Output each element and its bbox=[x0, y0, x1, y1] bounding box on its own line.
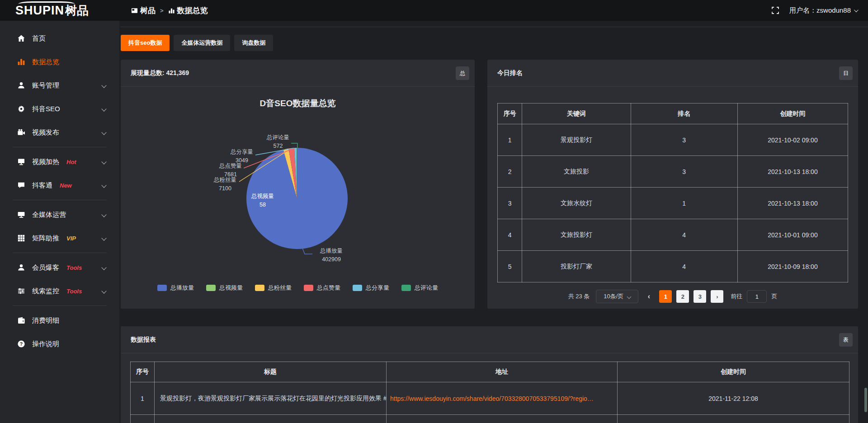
sidebar-item-wallet[interactable]: 消费明细 bbox=[0, 309, 119, 332]
sidebar-item-label: 数据总览 bbox=[32, 58, 59, 66]
breadcrumb-item-home[interactable]: 树品 bbox=[131, 5, 156, 16]
sidebar-item-monitor[interactable]: 全媒体运营 bbox=[0, 203, 119, 226]
page-button-3[interactable]: 3 bbox=[693, 290, 706, 303]
chevron-down-icon bbox=[101, 106, 106, 111]
sidebar-item-screen-play[interactable]: 视频加热Hot bbox=[0, 150, 119, 174]
legend-item-总点赞量[interactable]: 总点赞量 bbox=[304, 284, 340, 292]
header-right: 用户名：zswodun88 bbox=[771, 6, 868, 15]
prev-page-button[interactable]: ‹ bbox=[643, 290, 655, 303]
username-label: 用户名：zswodun88 bbox=[789, 6, 851, 15]
report-panel: 数据报表 表 序号标题地址创建时间 1景观投影灯，夜游景观投影灯厂家展示展示落花… bbox=[121, 326, 858, 423]
goto-page-input[interactable] bbox=[747, 290, 767, 303]
ranking-panel: 今日排名 日 序号关键词排名创建时间 1景观投影灯32021-10-02 09:… bbox=[487, 60, 858, 309]
video-link[interactable]: https://www.iesdouyin.com/share/video/70… bbox=[387, 382, 618, 415]
sidebar-divider bbox=[13, 253, 107, 253]
cell: 景观投影灯，夜游景观投影灯厂家展示展示落花灯在花园里的灯光投影应用效果 # bbox=[155, 382, 387, 415]
tab-media-operation[interactable]: 全媒体运营数据 bbox=[174, 35, 230, 51]
sidebar-divider bbox=[13, 306, 107, 306]
cell: 3 bbox=[498, 188, 522, 219]
legend-item-总播放量[interactable]: 总播放量 bbox=[157, 284, 194, 292]
badge-tools: Tools bbox=[66, 288, 82, 295]
sidebar-item-question[interactable]: ?操作说明 bbox=[0, 332, 119, 356]
cell bbox=[387, 415, 618, 423]
monitor-icon bbox=[17, 211, 25, 219]
legend-item-总评论量[interactable]: 总评论量 bbox=[401, 284, 438, 292]
legend-label: 总播放量 bbox=[170, 284, 194, 292]
breadcrumb: 树品 > 数据总览 bbox=[131, 5, 208, 16]
sidebar-item-person[interactable]: 会员爆客Tools bbox=[0, 256, 119, 279]
chevron-down-icon bbox=[101, 83, 106, 88]
top-header: SHUPIN 树品 树品 > 数据总览 bbox=[0, 0, 868, 21]
chevron-down-icon bbox=[627, 294, 632, 299]
column-header: 标题 bbox=[155, 362, 387, 382]
sidebar-item-label: 账号管理 bbox=[32, 81, 59, 90]
column-header: 序号 bbox=[498, 103, 522, 124]
column-header: 关键词 bbox=[522, 103, 631, 124]
grid-icon bbox=[17, 234, 25, 242]
breadcrumb-current-label: 数据总览 bbox=[177, 5, 208, 16]
table-row: 4文旅投影灯42021-10-01 09:00 bbox=[498, 219, 848, 251]
sliders-icon bbox=[17, 287, 25, 295]
tab-douyin-seo[interactable]: 抖音seo数据 bbox=[121, 35, 170, 51]
tab-inquiry[interactable]: 询盘数据 bbox=[234, 35, 273, 51]
column-header: 序号 bbox=[131, 362, 155, 382]
ranking-corner-button[interactable]: 日 bbox=[839, 66, 853, 80]
bar-chart-icon bbox=[17, 58, 25, 66]
pagination-total: 共 23 条 bbox=[568, 292, 590, 301]
cell: 2021-11-22 12:08 bbox=[618, 382, 849, 415]
chevron-down-icon bbox=[101, 159, 106, 164]
legend-item-总视频量[interactable]: 总视频量 bbox=[206, 284, 243, 292]
sidebar-item-label: 消费明细 bbox=[32, 316, 59, 325]
page-size-select[interactable]: 10条/页 bbox=[596, 290, 638, 303]
badge-vip: VIP bbox=[66, 235, 76, 242]
next-page-button[interactable]: › bbox=[711, 290, 723, 303]
pie-label-shares: 总分享量3049 bbox=[221, 148, 263, 165]
cell: 2021-10-09 18:00 bbox=[737, 251, 848, 282]
chevron-down-icon bbox=[101, 130, 106, 135]
legend-swatch bbox=[304, 285, 313, 291]
cell: 投影灯厂家 bbox=[522, 251, 631, 282]
wallet-icon bbox=[17, 316, 25, 324]
vertical-scrollbar[interactable] bbox=[864, 388, 867, 412]
legend-item-总粉丝量[interactable]: 总粉丝量 bbox=[255, 284, 292, 292]
sidebar-item-label: 首页 bbox=[32, 34, 46, 43]
user-menu[interactable]: 用户名：zswodun88 bbox=[789, 6, 857, 15]
legend-swatch bbox=[353, 285, 362, 291]
sidebar-item-bar-chart[interactable]: 数据总览 bbox=[0, 50, 119, 74]
svg-text:?: ? bbox=[20, 341, 23, 347]
cell: 1 bbox=[498, 124, 522, 156]
sidebar: 首页数据总览账号管理抖音SEO视频发布视频加热Hot抖客通New全媒体运营矩阵助… bbox=[0, 21, 119, 423]
impression-total-label: 展现量总数: 421,369 bbox=[131, 69, 189, 77]
sidebar-divider bbox=[13, 200, 107, 200]
breadcrumb-separator: > bbox=[160, 7, 164, 14]
report-panel-header: 数据报表 bbox=[121, 326, 858, 353]
page-button-1[interactable]: 1 bbox=[659, 290, 672, 303]
cell bbox=[618, 415, 849, 423]
cell bbox=[131, 415, 155, 423]
cell: 3 bbox=[631, 124, 737, 156]
table-row: 3文旅水纹灯12021-10-13 18:00 bbox=[498, 188, 848, 219]
page-button-2[interactable]: 2 bbox=[676, 290, 689, 303]
content-divider bbox=[121, 27, 868, 27]
legend-item-总分享量[interactable]: 总分享量 bbox=[353, 284, 389, 292]
ranking-panel-header: 今日排名 bbox=[487, 60, 858, 87]
sidebar-item-gear[interactable]: 抖音SEO bbox=[0, 97, 119, 121]
sidebar-item-user[interactable]: 账号管理 bbox=[0, 74, 119, 97]
sidebar-item-video[interactable]: 视频发布 bbox=[0, 121, 119, 144]
report-table-header: 序号标题地址创建时间 bbox=[131, 362, 849, 382]
ranking-body: 序号关键词排名创建时间 1景观投影灯32021-10-02 09:002文旅投影… bbox=[487, 87, 858, 303]
question-icon: ? bbox=[17, 340, 25, 348]
report-corner-button[interactable]: 表 bbox=[839, 333, 853, 347]
badge-new: New bbox=[60, 182, 72, 189]
sidebar-item-home[interactable]: 首页 bbox=[0, 27, 119, 50]
column-header: 创建时间 bbox=[618, 362, 849, 382]
chevron-down-icon bbox=[101, 235, 106, 240]
sidebar-item-chat[interactable]: 抖客通New bbox=[0, 174, 119, 197]
sidebar-divider bbox=[13, 147, 107, 147]
sidebar-item-grid[interactable]: 矩阵助推VIP bbox=[0, 226, 119, 250]
chevron-down-icon bbox=[101, 183, 106, 188]
fullscreen-icon[interactable] bbox=[771, 6, 779, 14]
overview-corner-button[interactable]: 总 bbox=[456, 66, 469, 80]
chevron-down-icon bbox=[101, 212, 106, 217]
sidebar-item-sliders[interactable]: 线索监控Tools bbox=[0, 279, 119, 303]
